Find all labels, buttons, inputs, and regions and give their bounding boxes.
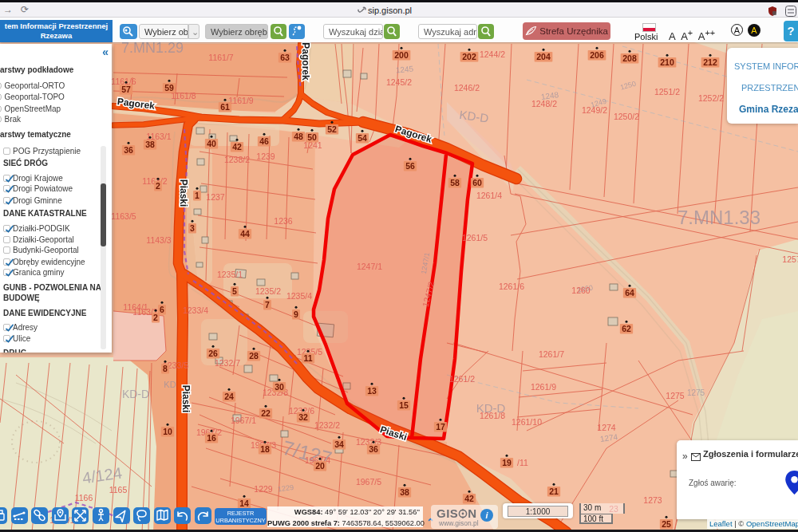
svg-text:1248/2: 1248/2 xyxy=(531,99,557,108)
svg-text:22: 22 xyxy=(261,408,271,418)
svg-text:1274: 1274 xyxy=(597,423,616,432)
svg-text:1238/2: 1238/2 xyxy=(224,155,250,164)
svg-text:1236: 1236 xyxy=(274,216,293,226)
svg-text:1260: 1260 xyxy=(571,286,591,295)
svg-text:13: 13 xyxy=(367,386,377,396)
svg-text:1161/7: 1161/7 xyxy=(208,53,233,62)
svg-text:1967/1: 1967/1 xyxy=(231,416,256,425)
svg-text:19: 19 xyxy=(502,458,512,467)
svg-text:64: 64 xyxy=(625,288,634,298)
svg-text:48: 48 xyxy=(294,132,303,141)
svg-text:17: 17 xyxy=(436,422,445,432)
svg-text:Piaski: Piaski xyxy=(180,385,192,413)
svg-text:50: 50 xyxy=(307,132,317,142)
svg-text:8: 8 xyxy=(163,364,168,373)
svg-text:208: 208 xyxy=(622,53,637,63)
svg-text:1232/2: 1232/2 xyxy=(314,420,340,430)
svg-text:1251/2: 1251/2 xyxy=(654,87,680,97)
svg-text:56: 56 xyxy=(405,161,415,171)
svg-text:1232/7: 1232/7 xyxy=(215,358,240,368)
svg-text:1165: 1165 xyxy=(109,485,128,495)
svg-text:1967/5: 1967/5 xyxy=(356,477,381,487)
svg-text:1: 1 xyxy=(195,191,200,200)
svg-text:1252/2: 1252/2 xyxy=(698,93,724,103)
svg-text:1239: 1239 xyxy=(256,152,275,161)
svg-text:1229: 1229 xyxy=(254,484,273,494)
svg-text:1235/4: 1235/4 xyxy=(286,291,312,301)
svg-text:20: 20 xyxy=(315,461,325,471)
svg-text:1261/8: 1261/8 xyxy=(480,411,505,420)
svg-text:Piaski: Piaski xyxy=(178,179,189,207)
svg-text:3: 3 xyxy=(190,223,195,233)
svg-text:1261/4: 1261/4 xyxy=(476,191,502,200)
svg-text:1275: 1275 xyxy=(687,388,705,397)
svg-text:1237: 1237 xyxy=(206,192,225,202)
svg-text:21: 21 xyxy=(549,487,559,496)
svg-text:1273: 1273 xyxy=(643,495,662,505)
svg-text:1163/5: 1163/5 xyxy=(111,211,136,221)
svg-text:1164/1: 1164/1 xyxy=(123,302,148,312)
svg-text:1261/7: 1261/7 xyxy=(539,349,564,359)
svg-text:1250/2: 1250/2 xyxy=(614,112,639,121)
svg-text:206: 206 xyxy=(590,50,604,60)
svg-text:11: 11 xyxy=(303,353,312,363)
svg-text:KD-D: KD-D xyxy=(122,388,149,400)
svg-text:44: 44 xyxy=(240,229,250,238)
svg-text:36: 36 xyxy=(124,145,133,155)
svg-text:1261/6: 1261/6 xyxy=(499,282,524,291)
svg-text:10: 10 xyxy=(163,427,172,436)
svg-text:52: 52 xyxy=(327,124,337,134)
svg-text:1235/1: 1235/1 xyxy=(217,270,243,279)
svg-text:40: 40 xyxy=(207,139,216,148)
svg-text:5: 5 xyxy=(232,286,237,296)
svg-text:24: 24 xyxy=(224,392,234,401)
svg-text:210: 210 xyxy=(660,57,674,67)
svg-text:7: 7 xyxy=(265,300,270,309)
svg-text:1244/2: 1244/2 xyxy=(480,49,505,59)
svg-text:200: 200 xyxy=(394,50,409,60)
svg-text:1246/2: 1246/2 xyxy=(454,83,480,93)
svg-text:32: 32 xyxy=(298,412,308,422)
svg-text:/11: /11 xyxy=(517,458,528,467)
svg-text:62: 62 xyxy=(622,324,631,333)
svg-text:1261/2: 1261/2 xyxy=(449,374,475,384)
svg-text:Pagorek: Pagorek xyxy=(300,42,311,81)
svg-text:9: 9 xyxy=(294,309,298,319)
svg-text:1257: 1257 xyxy=(782,254,798,264)
svg-text:42: 42 xyxy=(464,494,474,503)
svg-text:1249/2: 1249/2 xyxy=(582,105,607,115)
svg-text:1261/5: 1261/5 xyxy=(462,233,488,242)
svg-text:2: 2 xyxy=(153,313,158,322)
svg-text:61: 61 xyxy=(220,102,230,112)
svg-text:60: 60 xyxy=(472,178,482,187)
svg-text:57: 57 xyxy=(121,85,131,94)
svg-text:38: 38 xyxy=(400,487,409,497)
svg-text:202: 202 xyxy=(462,52,476,61)
svg-text:58: 58 xyxy=(450,178,460,187)
svg-text:1247/1: 1247/1 xyxy=(357,262,382,271)
svg-text:KD: KD xyxy=(164,380,176,389)
svg-text:1245: 1245 xyxy=(395,65,414,75)
svg-text:42: 42 xyxy=(232,142,242,152)
svg-text:1235/2: 1235/2 xyxy=(255,286,281,296)
svg-text:63: 63 xyxy=(280,53,290,62)
svg-text:16: 16 xyxy=(207,433,216,443)
svg-text:1245/2: 1245/2 xyxy=(386,77,412,87)
svg-text:1261/10: 1261/10 xyxy=(512,417,542,427)
svg-text:1275: 1275 xyxy=(666,391,685,400)
svg-text:14: 14 xyxy=(239,499,249,508)
svg-text:7.MN1.33: 7.MN1.33 xyxy=(678,207,760,228)
svg-text:6: 6 xyxy=(160,305,164,314)
svg-text:18: 18 xyxy=(260,444,270,454)
svg-text:36: 36 xyxy=(369,444,378,454)
svg-text:28: 28 xyxy=(249,351,259,361)
svg-text:212: 212 xyxy=(703,57,717,67)
svg-text:7.MN1.29: 7.MN1.29 xyxy=(121,42,184,56)
svg-text:1161/9: 1161/9 xyxy=(228,96,253,105)
svg-text:34: 34 xyxy=(334,439,344,449)
svg-text:59: 59 xyxy=(164,83,174,93)
svg-text:1261/9: 1261/9 xyxy=(531,382,556,392)
svg-text:204: 204 xyxy=(536,52,551,61)
svg-text:54: 54 xyxy=(358,133,367,143)
svg-text:26: 26 xyxy=(208,349,218,358)
